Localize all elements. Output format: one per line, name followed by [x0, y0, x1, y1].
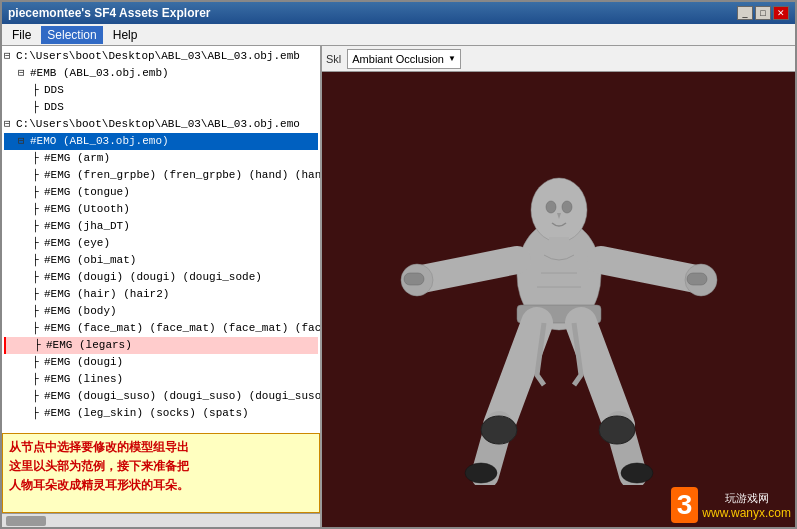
viewport-toolbar: Skl Ambiant Occlusion ▼ — [322, 46, 795, 72]
tree-node-n7[interactable]: ├#EMG (arm) — [4, 150, 318, 167]
tree-node-n21[interactable]: ├#EMG (dougi_suso) (dougi_suso) (dougi_s… — [4, 388, 318, 405]
close-button[interactable]: ✕ — [773, 6, 789, 20]
tree-node-n16[interactable]: ├#EMG (body) — [4, 303, 318, 320]
svg-rect-3 — [549, 237, 569, 253]
right-panel: Skl Ambiant Occlusion ▼ — [322, 46, 795, 527]
tree-node-n14[interactable]: ├#EMG (dougi) (dougi) (dougi_sode) — [4, 269, 318, 286]
shader-dropdown[interactable]: Ambiant Occlusion ▼ — [347, 49, 461, 69]
svg-rect-9 — [687, 273, 707, 285]
tree-node-n18[interactable]: ├#EMG (legars) — [4, 337, 318, 354]
menu-file[interactable]: File — [6, 26, 37, 44]
svg-point-4 — [546, 201, 556, 213]
tree-node-n9[interactable]: ├#EMG (tongue) — [4, 184, 318, 201]
tree-node-n3[interactable]: ├DDS — [4, 82, 318, 99]
tree-node-n5[interactable]: ⊟C:\Users\boot\Desktop\ABL_03\ABL_03.obj… — [4, 116, 318, 133]
tree-view[interactable]: ⊟C:\Users\boot\Desktop\ABL_03\ABL_03.obj… — [2, 46, 320, 433]
horizontal-scrollbar[interactable] — [2, 513, 320, 527]
tree-node-n19[interactable]: ├#EMG (dougi) — [4, 354, 318, 371]
tree-node-n11[interactable]: ├#EMG (jha_DT) — [4, 218, 318, 235]
tree-node-n6[interactable]: ⊟#EMO (ABL_03.obj.emo) — [4, 133, 318, 150]
3d-viewport: 3 玩游戏网 www.wanyx.com — [322, 72, 795, 527]
left-panel: ⊟C:\Users\boot\Desktop\ABL_03\ABL_03.obj… — [2, 46, 322, 527]
main-window: piecemontee's SF4 Assets Explorer _ □ ✕ … — [0, 0, 797, 529]
menu-help[interactable]: Help — [107, 26, 144, 44]
minimize-button[interactable]: _ — [737, 6, 753, 20]
maximize-button[interactable]: □ — [755, 6, 771, 20]
watermark-site: 玩游戏网 www.wanyx.com — [702, 491, 791, 520]
shader-dropdown-value: Ambiant Occlusion — [352, 53, 444, 65]
tree-node-n15[interactable]: ├#EMG (hair) (hair2) — [4, 286, 318, 303]
svg-point-11 — [599, 416, 635, 444]
tree-node-n12[interactable]: ├#EMG (eye) — [4, 235, 318, 252]
watermark-number: 3 — [671, 487, 699, 523]
svg-point-5 — [562, 201, 572, 213]
svg-point-10 — [481, 416, 517, 444]
svg-rect-7 — [404, 273, 424, 285]
tree-node-n10[interactable]: ├#EMG (Utooth) — [4, 201, 318, 218]
annotation-box: 从节点中选择要修改的模型组导出 这里以头部为范例，接下来准备把 人物耳朵改成精灵… — [2, 433, 320, 513]
ski-label: Skl — [326, 53, 341, 65]
menu-bar: File Selection Help — [2, 24, 795, 46]
chevron-down-icon: ▼ — [448, 54, 456, 63]
tree-node-n13[interactable]: ├#EMG (obi_mat) — [4, 252, 318, 269]
tree-node-n20[interactable]: ├#EMG (lines) — [4, 371, 318, 388]
tree-node-n2[interactable]: ⊟#EMB (ABL_03.obj.emb) — [4, 65, 318, 82]
svg-point-12 — [465, 463, 497, 483]
title-bar: piecemontee's SF4 Assets Explorer _ □ ✕ — [2, 2, 795, 24]
title-bar-buttons: _ □ ✕ — [737, 6, 789, 20]
watermark: 3 玩游戏网 www.wanyx.com — [671, 487, 791, 523]
character-viewport-svg — [389, 115, 729, 485]
tree-node-n22[interactable]: ├#EMG (leg_skin) (socks) (spats) — [4, 405, 318, 422]
tree-node-n4[interactable]: ├DDS — [4, 99, 318, 116]
svg-point-2 — [531, 178, 587, 242]
tree-node-n8[interactable]: ├#EMG (fren_grpbe) (fren_grpbe) (hand) (… — [4, 167, 318, 184]
content-area: ⊟C:\Users\boot\Desktop\ABL_03\ABL_03.obj… — [2, 46, 795, 527]
menu-selection[interactable]: Selection — [41, 26, 102, 44]
tree-node-n17[interactable]: ├#EMG (face_mat) (face_mat) (face_mat) (… — [4, 320, 318, 337]
svg-point-13 — [621, 463, 653, 483]
tree-node-n1[interactable]: ⊟C:\Users\boot\Desktop\ABL_03\ABL_03.obj… — [4, 48, 318, 65]
window-title: piecemontee's SF4 Assets Explorer — [8, 6, 211, 20]
